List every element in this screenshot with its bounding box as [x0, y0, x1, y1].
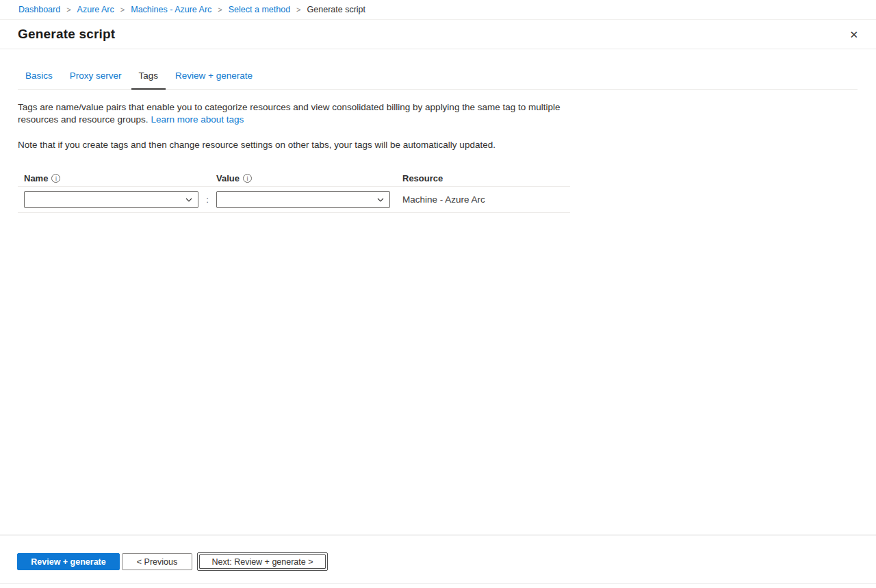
breadcrumb-separator-icon: > — [296, 5, 300, 14]
tags-form-header: Name i Value i Resource — [18, 170, 570, 187]
tab-basics[interactable]: Basics — [18, 71, 60, 89]
tab-proxy-server[interactable]: Proxy server — [62, 71, 129, 89]
name-column-header: Name i — [24, 173, 198, 183]
tab-review-generate[interactable]: Review + generate — [168, 71, 260, 89]
next-review-generate-button[interactable]: Next: Review + generate > — [197, 552, 328, 571]
tab-tags[interactable]: Tags — [131, 71, 166, 89]
tags-description-text: Tags are name/value pairs that enable yo… — [18, 102, 560, 125]
page-title: Generate script — [18, 27, 115, 42]
tags-note: Note that if you create tags and then ch… — [18, 139, 876, 151]
close-icon[interactable]: ✕ — [844, 27, 864, 42]
breadcrumb-separator-icon: > — [66, 5, 70, 14]
tag-row: : Machine - Azure Arc — [18, 187, 570, 213]
breadcrumb-item-azure-arc[interactable]: Azure Arc — [77, 5, 114, 14]
bottom-divider — [0, 583, 876, 584]
tab-bar: Basics Proxy server Tags Review + genera… — [18, 71, 858, 90]
tag-value-input[interactable] — [217, 192, 372, 207]
breadcrumb-item-machines-azure-arc[interactable]: Machines - Azure Arc — [131, 5, 211, 14]
chevron-down-icon[interactable] — [180, 196, 198, 204]
name-value-colon: : — [198, 194, 216, 205]
breadcrumb-item-current: Generate script — [307, 5, 365, 14]
footer-buttons: Review + generate < Previous Next: Revie… — [17, 552, 328, 571]
breadcrumb-item-select-a-method[interactable]: Select a method — [229, 5, 290, 14]
tag-value-dropdown[interactable] — [216, 191, 390, 208]
breadcrumb-item-dashboard[interactable]: Dashboard — [18, 5, 60, 14]
review-generate-button[interactable]: Review + generate — [17, 553, 120, 570]
info-icon[interactable]: i — [243, 174, 252, 183]
value-column-header: Value i — [216, 173, 390, 183]
chevron-down-icon[interactable] — [372, 196, 389, 204]
previous-button[interactable]: < Previous — [122, 553, 192, 570]
tags-description: Tags are name/value pairs that enable yo… — [18, 101, 563, 126]
title-bar: Generate script ✕ — [0, 20, 876, 49]
footer-divider — [0, 535, 876, 535]
learn-more-link[interactable]: Learn more about tags — [151, 114, 244, 125]
next-button-label: Next: Review + generate > — [199, 554, 326, 569]
tag-resource-value: Machine - Azure Arc — [402, 194, 485, 205]
tag-name-input[interactable] — [25, 192, 180, 207]
breadcrumb-separator-icon: > — [218, 5, 222, 14]
breadcrumb-separator-icon: > — [120, 5, 125, 14]
name-column-label: Name — [24, 173, 48, 183]
breadcrumb: Dashboard > Azure Arc > Machines - Azure… — [0, 0, 876, 20]
tags-form: Name i Value i Resource : Machine - Azur… — [18, 170, 570, 213]
tag-name-dropdown[interactable] — [24, 191, 198, 208]
value-column-label: Value — [216, 173, 240, 183]
info-icon[interactable]: i — [51, 174, 60, 183]
resource-column-header: Resource — [402, 173, 443, 183]
